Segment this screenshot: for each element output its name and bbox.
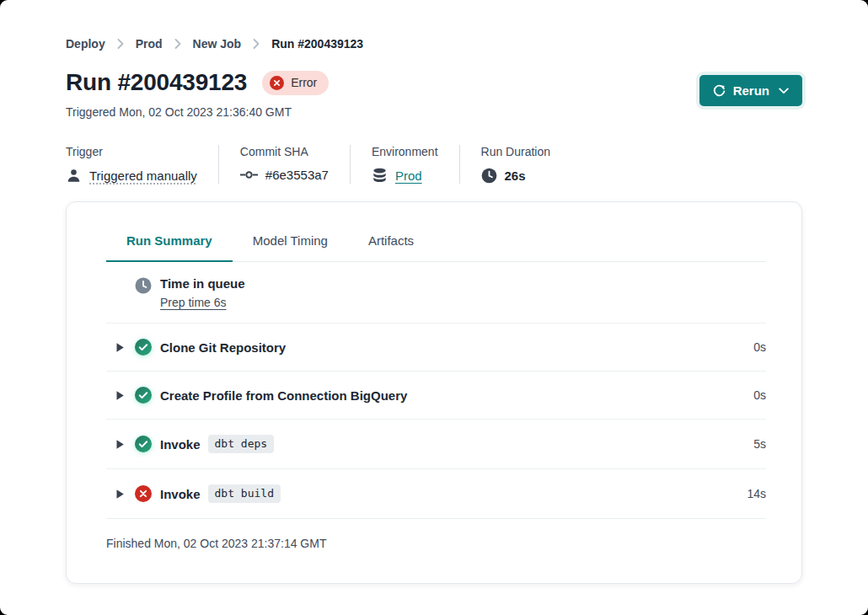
step-duration: 0s [753,340,766,354]
run-duration-value: 26s [505,168,526,183]
time-in-queue-row: Time in queue Prep time 6s [106,262,766,324]
breadcrumb-deploy[interactable]: Deploy [66,37,105,51]
run-summary-card: Run Summary Model Timing Artifacts Time … [66,201,802,584]
refresh-icon [713,84,726,97]
app-window: Deploy Prod New Job Run #200439123 Run #… [0,0,868,615]
check-circle-icon [135,436,152,452]
breadcrumb-new-job[interactable]: New Job [193,37,242,51]
step-duration: 0s [753,388,766,402]
command-chip: dbt deps [208,435,275,453]
step-duration: 5s [753,437,766,451]
title-block: Run #200439123 Error Triggered Mon, 02 O… [66,69,329,119]
breadcrumb-prod[interactable]: Prod [136,37,163,51]
x-circle-icon [270,76,284,90]
step-label: Create Profile from Connection BigQuery [160,388,407,403]
breadcrumb: Deploy Prod New Job Run #200439123 [66,37,802,51]
clock-icon [481,168,497,184]
tab-run-summary[interactable]: Run Summary [106,233,233,262]
caret-right-icon[interactable] [115,342,125,353]
tab-artifacts[interactable]: Artifacts [348,233,434,261]
meta-commit-label: Commit SHA [240,145,329,158]
tab-bar: Run Summary Model Timing Artifacts [106,233,766,262]
x-circle-icon [135,485,152,502]
triggered-timestamp: Triggered Mon, 02 Oct 2023 21:36:40 GMT [66,105,329,119]
page-header: Run #200439123 Error Triggered Mon, 02 O… [66,69,802,119]
caret-right-icon[interactable] [115,489,125,500]
meta-run-duration: Run Duration 26s [481,145,572,184]
caret-right-icon[interactable] [115,390,125,401]
clock-icon [135,277,152,294]
step-label: Clone Git Repository [160,340,286,355]
chevron-right-icon [117,39,124,49]
chevron-down-icon[interactable] [779,88,789,94]
step-row-clone-git[interactable]: Clone Git Repository 0s [106,324,766,372]
meta-commit-sha: Commit SHA #6e3553a7 [240,145,351,184]
queue-title: Time in queue [160,276,245,291]
meta-environment: Environment Prod [372,145,460,184]
page-title: Run #200439123 [66,69,247,96]
status-badge-label: Error [291,76,317,89]
chevron-right-icon [174,39,181,49]
person-icon [66,168,82,184]
meta-trigger-label: Trigger [66,145,197,158]
caret-right-icon[interactable] [115,439,125,450]
finished-timestamp: Finished Mon, 02 Oct 2023 21:37:14 GMT [106,519,766,570]
database-icon [372,168,388,184]
command-chip: dbt build [208,484,281,503]
step-row-create-profile[interactable]: Create Profile from Connection BigQuery … [106,372,766,420]
commit-icon [240,169,258,180]
tab-model-timing[interactable]: Model Timing [233,233,348,261]
trigger-value[interactable]: Triggered manually [89,168,197,183]
commit-sha-value: #6e3553a7 [265,168,329,182]
check-circle-icon [135,339,152,356]
step-row-dbt-build[interactable]: Invoke dbt build 14s [106,469,766,519]
step-label: Invoke [160,487,201,501]
step-label: Invoke [160,437,201,452]
meta-trigger: Trigger Triggered manually [66,145,219,184]
run-detail-page: Deploy Prod New Job Run #200439123 Run #… [0,0,868,584]
meta-duration-label: Run Duration [481,145,551,158]
rerun-button[interactable]: Rerun [699,75,802,106]
meta-environment-label: Environment [372,145,438,158]
environment-link[interactable]: Prod [395,168,422,183]
step-duration: 14s [747,487,766,500]
prep-time-link[interactable]: Prep time 6s [160,296,227,309]
rerun-button-label: Rerun [733,83,769,98]
breadcrumb-current-run: Run #200439123 [271,37,363,51]
run-metadata-row: Trigger Triggered manually Commit SHA #6… [66,145,802,184]
chevron-right-icon [253,39,260,49]
step-row-dbt-deps[interactable]: Invoke dbt deps 5s [106,420,766,469]
check-circle-icon [135,387,152,404]
status-badge: Error [262,71,329,95]
